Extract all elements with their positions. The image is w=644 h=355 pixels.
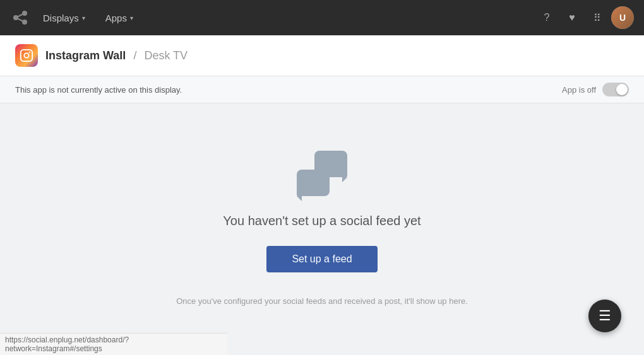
status-message: This app is not currently active on this… [15, 85, 182, 95]
grid-icon: ⠿ [593, 12, 601, 24]
svg-rect-5 [21, 50, 32, 61]
app-icon [15, 44, 38, 67]
setup-feed-button[interactable]: Set up a feed [266, 246, 377, 272]
svg-point-7 [29, 52, 30, 53]
displays-caret: ▾ [82, 15, 85, 21]
empty-title: You haven't set up a social feed yet [223, 214, 420, 228]
apps-menu[interactable]: Apps ▾ [98, 9, 141, 27]
svg-line-4 [16, 18, 25, 22]
app-name: Instagram Wall [45, 49, 126, 62]
empty-subtitle: Once you've configured your social feeds… [176, 295, 468, 308]
help-icon: ? [544, 12, 550, 23]
svg-point-6 [24, 53, 28, 57]
breadcrumb-separator: / [133, 49, 136, 62]
app-toggle[interactable] [602, 83, 629, 96]
logo [10, 8, 30, 28]
svg-line-3 [16, 13, 25, 18]
display-name: Desk TV [144, 49, 188, 62]
avatar-button[interactable]: U [611, 6, 634, 29]
main-content: You haven't set up a social feed yet Set… [0, 103, 644, 355]
nav-icons: ? ♥ ⠿ U [535, 6, 634, 29]
favorites-button[interactable]: ♥ [561, 6, 583, 29]
page-header: Instagram Wall / Desk TV [0, 35, 644, 76]
avatar: U [611, 6, 634, 29]
fab-button[interactable]: ☰ [588, 300, 621, 332]
grid-button[interactable]: ⠿ [586, 6, 609, 29]
bottom-statusbar: https://social.enplug.net/dashboard/?net… [0, 333, 227, 355]
help-button[interactable]: ? [535, 6, 558, 29]
status-bar: This app is not currently active on this… [0, 76, 644, 103]
chat-bubble-front [297, 170, 330, 196]
fab-menu-icon: ☰ [599, 309, 611, 323]
toggle-area: App is off [562, 83, 629, 96]
navbar: Displays ▾ Apps ▾ ? ♥ ⠿ U [0, 0, 644, 35]
displays-menu[interactable]: Displays ▾ [35, 9, 93, 27]
apps-caret: ▾ [130, 15, 133, 21]
empty-state-icon [297, 151, 347, 196]
toggle-label: App is off [562, 85, 596, 95]
heart-icon: ♥ [569, 12, 575, 23]
